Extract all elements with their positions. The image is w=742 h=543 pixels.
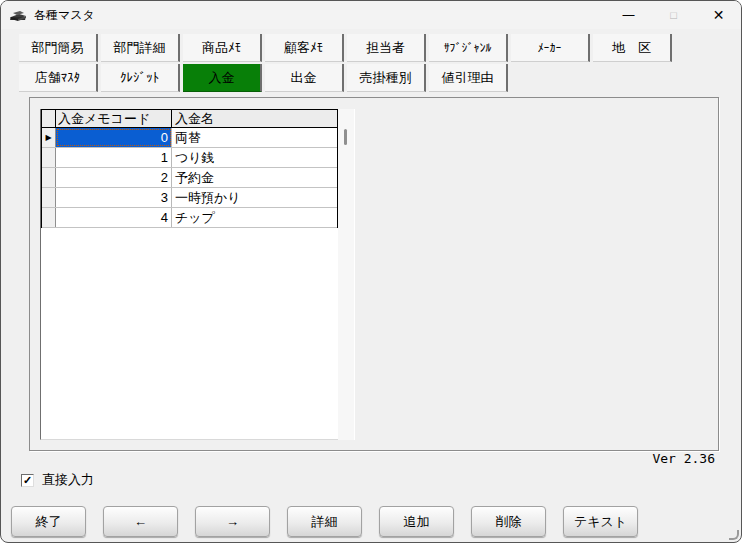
printer-app-icon (10, 8, 27, 23)
row-selector[interactable] (42, 148, 56, 167)
cell-name[interactable]: つり銭 (172, 148, 337, 167)
column-header-name[interactable]: 入金名 (172, 110, 337, 127)
column-header-code[interactable]: 入金メモコード (56, 110, 172, 127)
cell-name[interactable]: 両替 (172, 128, 337, 147)
cell-code[interactable]: 1 (56, 148, 172, 167)
table-row[interactable]: 3 一時預かり (42, 188, 337, 208)
tab-subgenre[interactable]: ｻﾌﾞｼﾞｬﾝﾙ (429, 34, 508, 62)
app-window: 各種マスタ — □ ✕ 部門簡易 部門詳細 商品ﾒﾓ 顧客ﾒﾓ 担当者 ｻﾌﾞｼ… (0, 0, 742, 543)
titlebar: 各種マスタ — □ ✕ (1, 1, 741, 29)
grid-corner-cell (42, 110, 56, 127)
close-button[interactable]: ✕ (696, 1, 741, 29)
direct-input-label: 直接入力 (42, 471, 94, 489)
row-selector[interactable] (42, 168, 56, 187)
add-button[interactable]: 追加 (379, 506, 454, 537)
prev-record-button[interactable]: ← (103, 506, 178, 537)
tab-nebiki-riyu[interactable]: 値引理由 (429, 64, 508, 92)
delete-button[interactable]: 削除 (471, 506, 546, 537)
cell-code[interactable]: 2 (56, 168, 172, 187)
cell-code[interactable]: 3 (56, 188, 172, 207)
main-panel: 入金メモコード 入金名 ▶ 0 両替 1 つり銭 2 予約金 (29, 97, 719, 451)
text-button[interactable]: テキスト (563, 506, 638, 537)
tab-nyukin-active[interactable]: 入金 (183, 64, 262, 92)
tab-row-2: 店舗ﾏｽﾀ ｸﾚｼﾞｯﾄ 入金 出金 売掛種別 値引理由 (19, 64, 741, 92)
tab-maker[interactable]: ﾒｰｶｰ (511, 34, 590, 62)
direct-input-checkbox[interactable]: ✓ (21, 474, 34, 487)
cell-name[interactable]: チップ (172, 208, 337, 227)
grid-vertical-scrollbar[interactable] (338, 109, 355, 440)
maximize-button[interactable]: □ (651, 1, 696, 29)
row-pointer-icon[interactable]: ▶ (42, 128, 56, 147)
tab-shohin-memo[interactable]: 商品ﾒﾓ (183, 34, 262, 62)
tab-strip: 部門簡易 部門詳細 商品ﾒﾓ 顧客ﾒﾓ 担当者 ｻﾌﾞｼﾞｬﾝﾙ ﾒｰｶｰ 地 … (19, 34, 741, 92)
tab-row-1: 部門簡易 部門詳細 商品ﾒﾓ 顧客ﾒﾓ 担当者 ｻﾌﾞｼﾞｬﾝﾙ ﾒｰｶｰ 地 … (19, 34, 741, 62)
tab-bumon-kani[interactable]: 部門簡易 (19, 34, 98, 62)
next-record-button[interactable]: → (195, 506, 270, 537)
button-bar: 終了 ← → 詳細 追加 削除 テキスト (11, 506, 638, 537)
tab-tantosha[interactable]: 担当者 (347, 34, 426, 62)
table-row[interactable]: ▶ 0 両替 (42, 128, 337, 148)
cell-name[interactable]: 予約金 (172, 168, 337, 187)
table-row[interactable]: 1 つり銭 (42, 148, 337, 168)
tab-urikake-shubetsu[interactable]: 売掛種別 (347, 64, 426, 92)
data-grid: 入金メモコード 入金名 ▶ 0 両替 1 つり銭 2 予約金 (40, 109, 338, 440)
tab-chiku[interactable]: 地 区 (593, 34, 672, 62)
resize-grip[interactable] (729, 530, 739, 540)
scrollbar-thumb[interactable] (344, 129, 347, 145)
window-title: 各種マスタ (34, 7, 95, 24)
cell-name[interactable]: 一時預かり (172, 188, 337, 207)
tab-tenpo-master[interactable]: 店舗ﾏｽﾀ (19, 64, 98, 92)
cell-code-selected[interactable]: 0 (56, 128, 172, 147)
exit-button[interactable]: 終了 (11, 506, 86, 537)
check-icon: ✓ (23, 474, 32, 486)
tab-bumon-shosai[interactable]: 部門詳細 (101, 34, 180, 62)
tab-credit[interactable]: ｸﾚｼﾞｯﾄ (101, 64, 180, 92)
cell-code[interactable]: 4 (56, 208, 172, 227)
grid-header-row: 入金メモコード 入金名 (42, 110, 337, 128)
minimize-button[interactable]: — (606, 1, 651, 29)
row-selector[interactable] (42, 188, 56, 207)
table-row[interactable]: 4 チップ (42, 208, 337, 228)
direct-input-option[interactable]: ✓ 直接入力 (21, 471, 94, 489)
tab-kokyaku-memo[interactable]: 顧客ﾒﾓ (265, 34, 344, 62)
version-label: Ver 2.36 (652, 451, 715, 466)
table-row[interactable]: 2 予約金 (42, 168, 337, 188)
tab-shukkin[interactable]: 出金 (265, 64, 344, 92)
detail-button[interactable]: 詳細 (287, 506, 362, 537)
row-selector[interactable] (42, 208, 56, 227)
